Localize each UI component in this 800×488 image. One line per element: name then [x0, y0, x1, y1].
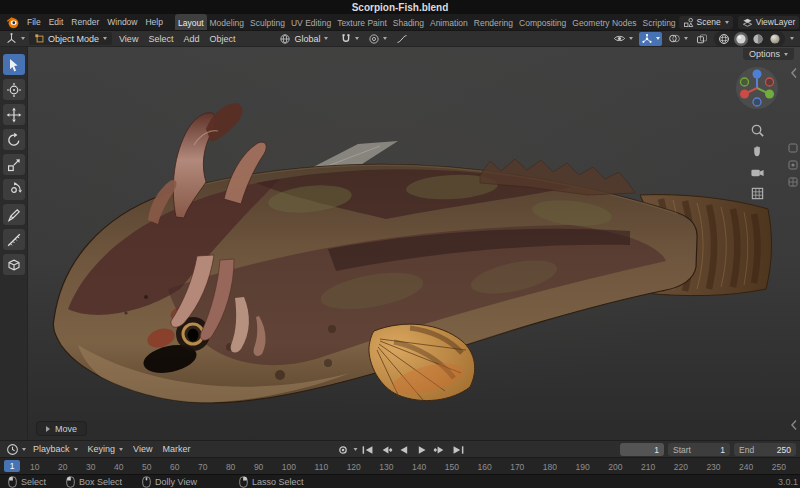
jump-to-end-button[interactable] [450, 443, 466, 456]
axis-x-handle[interactable] [740, 90, 749, 99]
play-reverse-button[interactable] [396, 443, 412, 456]
xray-toggle[interactable] [694, 32, 710, 46]
chevron-down-icon [790, 37, 794, 40]
viewport-menu[interactable]: Object [204, 32, 240, 46]
axis-neg-y-handle[interactable] [741, 78, 749, 86]
tool-rotate[interactable] [3, 129, 25, 150]
scorpion-fish-model[interactable] [28, 47, 800, 440]
workspace-tab[interactable]: Animation [427, 14, 471, 31]
timeline-editor-type-button[interactable] [4, 442, 28, 457]
menu-label: View [133, 444, 152, 454]
shading-wireframe-button[interactable] [717, 32, 731, 46]
select-box-icon [6, 57, 22, 73]
shading-solid-button[interactable] [734, 32, 748, 46]
tool-annotate[interactable] [3, 204, 25, 225]
workspace-tab[interactable]: UV Editing [288, 14, 334, 31]
tool-add-cube[interactable] [3, 254, 25, 275]
menubar-menu[interactable]: File [23, 15, 45, 29]
chevron-down-icon [684, 37, 688, 40]
workspace-tab[interactable]: Texture Paint [334, 14, 390, 31]
pan-hand-icon[interactable] [750, 144, 765, 159]
orientation-dropdown[interactable]: Global [274, 32, 333, 46]
navigation-gizmo[interactable] [735, 66, 779, 110]
frame-start-field[interactable]: Start 1 [668, 443, 730, 456]
tool-scale[interactable] [3, 154, 25, 175]
jump-to-start-button[interactable] [360, 443, 376, 456]
workspace-tab[interactable]: Shading [390, 14, 427, 31]
blender-window: Scorpion-Fish.blend FileEditRenderWindow… [0, 0, 800, 488]
proportional-edit-toggle[interactable] [366, 32, 389, 46]
next-keyframe-button[interactable] [432, 443, 448, 456]
chevron-down-icon [784, 53, 788, 56]
move-icon [6, 107, 22, 123]
play-button[interactable] [414, 443, 430, 456]
timeline-menu-view[interactable]: View [128, 442, 157, 456]
shading-rendered-button[interactable] [768, 32, 782, 46]
falloff-dropdown[interactable] [394, 32, 410, 46]
workspace-tab[interactable]: Scripting [640, 14, 679, 31]
scene-selector-label: Scene [697, 17, 721, 27]
tool-move[interactable] [3, 104, 25, 125]
camera-view-icon[interactable] [750, 165, 765, 180]
axis-neg-z-handle[interactable] [753, 98, 761, 106]
prev-keyframe-button[interactable] [378, 443, 394, 456]
menubar-menu[interactable]: Edit [45, 15, 68, 29]
status-hint-select: Select [8, 476, 46, 488]
region-toggle-icon[interactable] [790, 419, 798, 431]
viewport-3d[interactable]: Move [28, 47, 800, 440]
sidebar-tab-icon[interactable] [788, 160, 798, 170]
shading-material-button[interactable] [751, 32, 765, 46]
operator-panel[interactable]: Move [36, 421, 87, 436]
blender-logo-icon[interactable] [6, 16, 19, 29]
workspace-tab[interactable]: Compositing [516, 14, 569, 31]
tool-cursor[interactable] [3, 79, 25, 100]
axis-neg-x-handle[interactable] [766, 78, 774, 86]
menubar: FileEditRenderWindowHelp [23, 15, 167, 29]
editor-type-button[interactable] [3, 31, 27, 46]
tool-select-box[interactable] [3, 54, 25, 75]
viewport-options-dropdown[interactable]: Options [743, 48, 794, 60]
scene-icon [683, 17, 694, 28]
orthographic-grid-icon[interactable] [750, 186, 765, 201]
sidebar-tab-icon[interactable] [788, 177, 798, 187]
scene-selector[interactable]: Scene [679, 16, 733, 29]
frame-end-field[interactable]: End 250 [734, 443, 796, 456]
snap-toggle[interactable] [338, 32, 361, 46]
workspace-tab[interactable]: Rendering [471, 14, 516, 31]
ruler-tick: 70 [198, 462, 207, 472]
chevron-down-icon [355, 37, 359, 40]
auto-keying-button[interactable] [335, 443, 351, 456]
menubar-menu[interactable]: Help [141, 15, 166, 29]
workspace-tab[interactable]: Geometry Nodes [569, 14, 639, 31]
timeline-ruler[interactable]: 1020304050607080901001101201301401501601… [0, 457, 800, 474]
workspace-tab[interactable]: Sculpting [247, 14, 288, 31]
timeline-menu-marker[interactable]: Marker [157, 442, 195, 456]
chevron-down-icon [22, 448, 26, 451]
timeline-menu-keying[interactable]: Keying [83, 442, 129, 456]
menubar-menu[interactable]: Render [67, 15, 103, 29]
viewlayer-selector[interactable]: ViewLayer [738, 16, 800, 29]
menu-label: Marker [162, 444, 190, 454]
axis-z-handle[interactable] [753, 70, 762, 79]
timeline-menu-playback[interactable]: Playback [28, 442, 83, 456]
workspace-tab[interactable]: Modeling [207, 14, 248, 31]
viewport-menu[interactable]: Select [143, 32, 178, 46]
axis-y-handle[interactable] [765, 90, 774, 99]
mouse-right-icon [239, 476, 248, 488]
zoom-icon[interactable] [750, 123, 765, 138]
sidebar-tab-icon[interactable] [788, 143, 798, 153]
overlays-dropdown[interactable] [666, 32, 690, 45]
playhead[interactable]: 1 [4, 460, 20, 472]
mode-dropdown[interactable]: Object Mode [29, 32, 112, 45]
visibility-dropdown[interactable] [611, 32, 635, 45]
current-frame-field[interactable]: 1 [620, 443, 664, 456]
gizmos-dropdown[interactable] [639, 32, 662, 46]
workspace-tab[interactable]: Layout [175, 14, 207, 31]
viewport-menu[interactable]: View [114, 32, 143, 46]
tool-measure[interactable] [3, 229, 25, 250]
menubar-menu[interactable]: Window [103, 15, 141, 29]
status-hint-label: Box Select [79, 477, 122, 487]
tool-transform[interactable] [3, 179, 25, 200]
viewport-menu[interactable]: Add [178, 32, 204, 46]
sidebar-toggle-icon[interactable] [790, 67, 798, 79]
